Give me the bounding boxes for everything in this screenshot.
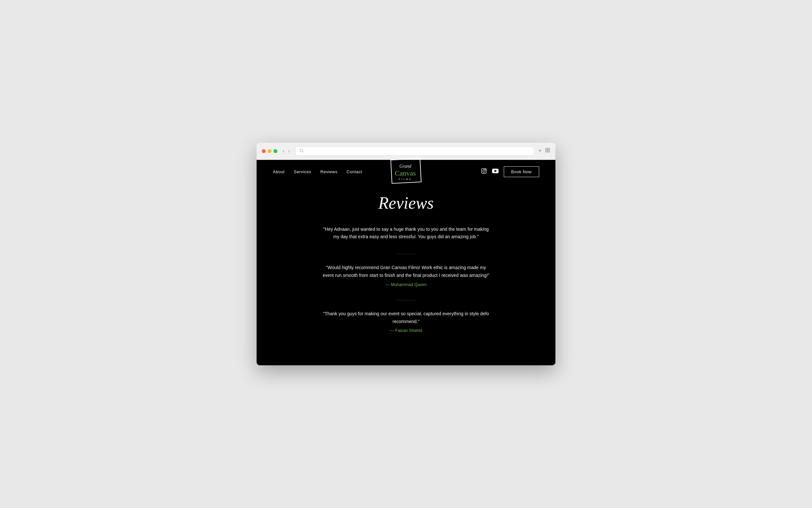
- browser-actions: +: [538, 147, 550, 155]
- browser-nav-buttons: ‹ ›: [281, 148, 291, 155]
- windows-button[interactable]: [545, 147, 550, 155]
- svg-point-0: [300, 149, 303, 152]
- review-item-2: "Would highly recommend Gran Canvas Film…: [299, 264, 513, 287]
- svg-rect-5: [548, 151, 550, 152]
- reviews-title: Reviews: [299, 194, 513, 213]
- review-text-3: "Thank you guys for making our event so …: [322, 310, 490, 326]
- svg-point-11: [483, 170, 485, 172]
- reviews-section: Reviews "Hey Adnaan, just wanted to say …: [292, 184, 520, 366]
- new-tab-button[interactable]: +: [538, 147, 542, 155]
- minimize-button[interactable]: [268, 149, 272, 153]
- browser-window: ‹ › + About Serv: [256, 143, 556, 366]
- review-text-1: "Hey Adnaan, just wanted to say a huge t…: [322, 225, 490, 241]
- svg-rect-3: [548, 148, 550, 150]
- nav-services[interactable]: Services: [294, 169, 311, 174]
- logo-image: Grand Canvas FILMS: [385, 155, 427, 188]
- logo: Grand Canvas FILMS: [385, 155, 427, 188]
- url-input[interactable]: [306, 149, 530, 154]
- review-author-2: — Mohammad Qasim: [299, 282, 513, 287]
- nav-reviews[interactable]: Reviews: [320, 169, 337, 174]
- nav-right: Book Now: [481, 166, 539, 177]
- traffic-lights: [262, 149, 277, 153]
- divider-2: [396, 300, 416, 300]
- close-button[interactable]: [262, 149, 266, 153]
- svg-rect-10: [481, 169, 486, 174]
- review-item-1: "Hey Adnaan, just wanted to say a huge t…: [299, 225, 513, 241]
- address-bar[interactable]: [295, 146, 535, 156]
- nav-contact[interactable]: Contact: [346, 169, 362, 174]
- instagram-icon[interactable]: [481, 168, 487, 175]
- site-navigation: About Services Reviews Contact Grand: [256, 160, 556, 184]
- book-now-button[interactable]: Book Now: [504, 166, 539, 177]
- svg-text:FILMS: FILMS: [399, 178, 412, 180]
- review-text-2: "Would highly recommend Gran Canvas Film…: [322, 264, 490, 280]
- svg-point-12: [485, 169, 486, 170]
- nav-links: About Services Reviews Contact: [273, 169, 362, 174]
- nav-about[interactable]: About: [273, 169, 285, 174]
- svg-line-1: [302, 152, 303, 152]
- back-button[interactable]: ‹: [281, 148, 286, 155]
- svg-rect-4: [546, 151, 547, 152]
- svg-text:Canvas: Canvas: [395, 169, 416, 177]
- review-author-3: — Faizan Shahid: [299, 328, 513, 333]
- search-icon: [299, 149, 304, 154]
- review-item-3: "Thank you guys for making our event so …: [299, 310, 513, 333]
- maximize-button[interactable]: [274, 149, 277, 153]
- website-content: About Services Reviews Contact Grand: [256, 160, 556, 366]
- svg-rect-2: [546, 148, 547, 150]
- logo-area: Grand Canvas FILMS: [385, 155, 427, 188]
- svg-text:Grand: Grand: [399, 164, 412, 169]
- forward-button[interactable]: ›: [287, 148, 291, 155]
- youtube-icon[interactable]: [492, 169, 498, 174]
